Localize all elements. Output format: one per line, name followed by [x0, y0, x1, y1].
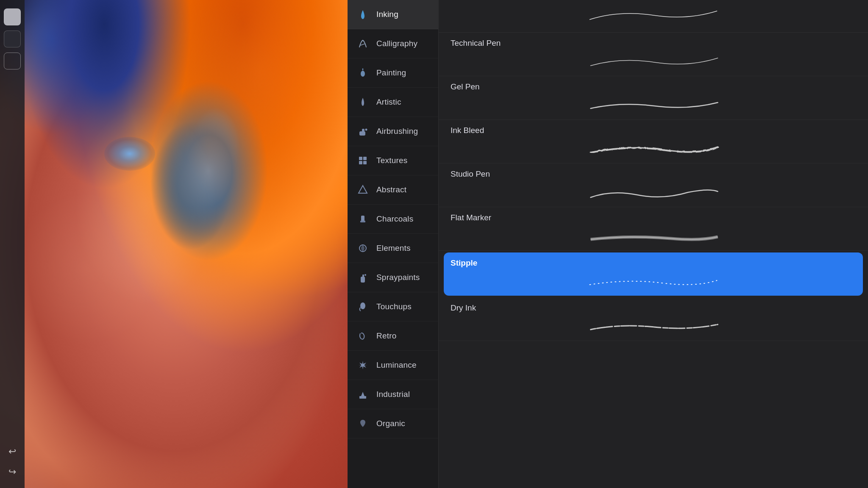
brush-stroke-ink-bleed	[451, 140, 858, 157]
category-item-artistic[interactable]: Artistic	[348, 88, 438, 117]
brush-stroke-stipple	[451, 273, 856, 290]
category-item-touchups[interactable]: Touchups	[348, 292, 438, 322]
brush-item-ink-bleed[interactable]: Ink Bleed	[439, 120, 868, 164]
svg-rect-3	[362, 129, 364, 132]
svg-rect-13	[361, 277, 365, 283]
category-label-calligraphy: Calligraphy	[376, 39, 417, 48]
brush-stroke-flat-marker	[451, 227, 858, 244]
brush-name-stipple: Stipple	[451, 258, 856, 268]
brush-list-header	[439, 3, 868, 33]
svg-rect-17	[359, 396, 366, 399]
organic-icon	[356, 417, 370, 430]
brush-name-dry-ink: Dry Ink	[451, 303, 858, 313]
artistic-icon	[356, 95, 370, 109]
brush-stroke-gel-pen	[451, 97, 858, 114]
brush-size-control[interactable]	[4, 53, 21, 69]
category-item-inking[interactable]: Inking	[348, 0, 438, 29]
canvas-area: ↩ ↪	[0, 0, 348, 488]
svg-rect-8	[363, 161, 367, 164]
brush-item-dry-ink[interactable]: Dry Ink	[439, 297, 868, 341]
brush-item-studio-pen[interactable]: Studio Pen	[439, 164, 868, 207]
category-item-elements[interactable]: Elements	[348, 234, 438, 263]
category-label-organic: Organic	[376, 419, 405, 428]
category-label-inking: Inking	[376, 10, 398, 19]
category-label-spraypaints: Spraypaints	[376, 273, 420, 282]
brush-item-technical-pen[interactable]: Technical Pen	[439, 33, 868, 76]
textures-icon	[356, 154, 370, 167]
svg-rect-6	[363, 157, 367, 160]
category-item-luminance[interactable]: Luminance	[348, 351, 438, 380]
category-item-calligraphy[interactable]: Calligraphy	[348, 29, 438, 58]
charcoals-icon	[356, 212, 370, 226]
calligraphy-icon	[356, 37, 370, 50]
category-label-charcoals: Charcoals	[376, 214, 413, 224]
svg-rect-2	[359, 131, 365, 136]
inking-icon	[356, 8, 370, 21]
category-label-abstract: Abstract	[376, 185, 406, 194]
svg-point-1	[361, 71, 365, 77]
category-label-luminance: Luminance	[376, 360, 417, 370]
left-toolbar: ↩ ↪	[0, 0, 25, 488]
category-label-retro: Retro	[376, 331, 396, 341]
brush-name-technical-pen: Technical Pen	[451, 39, 858, 48]
brush-stroke-technical-pen	[451, 53, 858, 70]
svg-marker-9	[359, 186, 367, 193]
brush-name-flat-marker: Flat Marker	[451, 213, 858, 222]
touchups-icon	[356, 300, 370, 313]
category-item-organic[interactable]: Organic	[348, 409, 438, 438]
category-item-retro[interactable]: Retro	[348, 322, 438, 351]
svg-point-4	[365, 129, 367, 131]
category-label-painting: Painting	[376, 68, 406, 78]
category-label-elements: Elements	[376, 244, 411, 253]
elements-icon	[356, 241, 370, 255]
brush-item-flat-marker[interactable]: Flat Marker	[439, 207, 868, 251]
category-item-textures[interactable]: Textures	[348, 146, 438, 175]
category-label-textures: Textures	[376, 156, 407, 165]
svg-marker-18	[361, 392, 364, 396]
svg-rect-14	[362, 274, 364, 277]
brush-name-gel-pen: Gel Pen	[451, 82, 858, 92]
brush-name-studio-pen: Studio Pen	[451, 169, 858, 179]
svg-rect-11	[360, 221, 365, 222]
abstract-icon	[356, 183, 370, 197]
luminance-icon	[356, 358, 370, 372]
airbrushing-icon	[356, 125, 370, 138]
category-item-charcoals[interactable]: Charcoals	[348, 205, 438, 234]
svg-point-15	[364, 274, 366, 276]
brush-item-stipple[interactable]: Stipple	[444, 252, 863, 296]
category-item-airbrushing[interactable]: Airbrushing	[348, 117, 438, 146]
industrial-icon	[356, 388, 370, 401]
category-label-airbrushing: Airbrushing	[376, 127, 418, 136]
retro-icon	[356, 329, 370, 343]
svg-rect-7	[359, 161, 362, 164]
brush-name-ink-bleed: Ink Bleed	[451, 126, 858, 135]
brush-stroke-dry-ink	[451, 318, 858, 335]
eye-glow-effect	[104, 137, 155, 171]
svg-point-16	[360, 302, 365, 309]
category-label-industrial: Industrial	[376, 390, 410, 399]
svg-rect-5	[359, 157, 362, 160]
category-item-painting[interactable]: Painting	[348, 58, 438, 88]
spraypaints-icon	[356, 271, 370, 284]
brush-list-panel: Technical PenGel PenInk BleedStudio PenF…	[439, 0, 868, 488]
category-label-touchups: Touchups	[376, 302, 412, 311]
category-item-spraypaints[interactable]: Spraypaints	[348, 263, 438, 292]
brush-categories-panel: InkingCalligraphyPaintingArtisticAirbrus…	[348, 0, 439, 488]
color-swatch-light[interactable]	[4, 8, 21, 25]
brush-stroke-studio-pen	[451, 184, 858, 201]
category-item-abstract[interactable]: Abstract	[348, 175, 438, 205]
color-swatch-dark[interactable]	[4, 30, 21, 47]
redo-button[interactable]: ↪	[5, 464, 20, 480]
canvas-overlay	[0, 0, 348, 488]
painting-icon	[356, 66, 370, 80]
svg-line-0	[360, 44, 365, 45]
undo-button[interactable]: ↩	[5, 444, 20, 459]
category-item-industrial[interactable]: Industrial	[348, 380, 438, 409]
brush-item-gel-pen[interactable]: Gel Pen	[439, 76, 868, 120]
category-label-artistic: Artistic	[376, 97, 401, 107]
